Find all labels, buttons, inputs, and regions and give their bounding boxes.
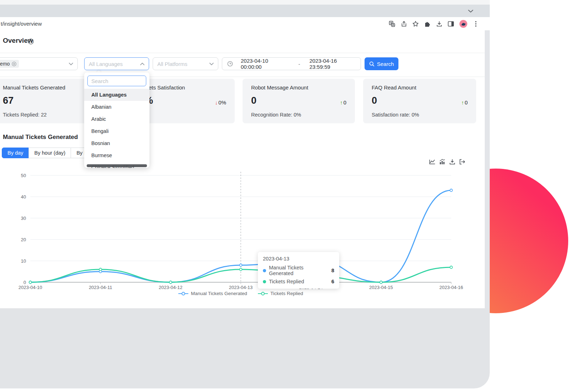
share-icon[interactable] (401, 21, 407, 27)
search-button-label: Search (377, 61, 394, 67)
language-option[interactable]: Albanian (84, 101, 149, 113)
card-subtitle: Satisfaction rate: 0% (372, 112, 468, 118)
chevron-down-icon[interactable] (468, 10, 473, 13)
legend-label: Tickets Replied (270, 291, 303, 296)
data-point (450, 266, 453, 269)
data-point (380, 281, 382, 284)
card-title: Robot Message Amount (251, 84, 346, 91)
data-point (29, 281, 32, 284)
language-dropdown: All LanguagesAlbanianArabicBengaliBosnia… (84, 72, 149, 168)
legend-label: Manual Tickets Generated (191, 291, 247, 296)
line-chart-icon[interactable] (429, 159, 436, 165)
chevron-up-icon (140, 63, 144, 65)
language-option[interactable]: All Languages (84, 89, 149, 101)
clock-icon (227, 61, 233, 67)
browser-toolbar: t/insight/overview (0, 17, 490, 31)
download-icon[interactable] (436, 21, 442, 27)
bar-chart-icon[interactable] (439, 159, 446, 165)
y-axis-label: 20 (21, 237, 26, 242)
project-tag-label: Demo (0, 61, 10, 67)
language-select-value: All Languages (89, 61, 123, 67)
page-content: Overview ? Demo All Languages All Platfo… (0, 30, 490, 388)
more-menu-icon[interactable] (473, 21, 479, 27)
browser-window: t/insight/overview (0, 0, 490, 388)
side-panel-icon[interactable] (448, 21, 454, 27)
language-option[interactable]: Arabic (84, 113, 149, 125)
platform-select[interactable]: All Platforms (153, 57, 218, 70)
legend-marker-icon (178, 292, 188, 295)
card-value: 0% (139, 95, 226, 106)
data-point (99, 268, 102, 271)
change-indicator: ↓ 0% (215, 99, 226, 105)
card-subtitle: Recognition Rate: 0% (251, 112, 346, 118)
tab-by-hour-day[interactable]: By hour (day) (29, 148, 71, 158)
card-title: FAQ Read Amount (372, 84, 468, 91)
date-start[interactable]: 2023-04-10 00:00:00 (241, 58, 286, 70)
translate-icon[interactable] (389, 21, 395, 27)
tooltip-series-value: 6 (331, 279, 334, 284)
window-titlebar (0, 0, 490, 5)
tab-by-day[interactable]: By day (2, 148, 29, 158)
language-option[interactable]: Bosnian (84, 137, 149, 149)
legend-item[interactable]: Tickets Replied (258, 291, 303, 296)
line-chart[interactable]: 010203040502023-04-102023-04-112023-04-1… (0, 167, 485, 292)
data-point (450, 189, 453, 192)
language-option[interactable]: Bengali (84, 125, 149, 137)
legend-item[interactable]: Manual Tickets Generated (178, 291, 247, 296)
card-value: 0 (372, 95, 468, 106)
down-arrow-icon: ↓ (215, 99, 218, 105)
project-select[interactable]: Demo (0, 57, 78, 70)
profile-avatar[interactable] (459, 20, 467, 28)
tag-remove-icon[interactable] (12, 62, 16, 66)
data-point (240, 264, 242, 267)
data-point (169, 281, 172, 284)
change-value: 0% (218, 99, 226, 105)
change-indicator: ↑ 0 (340, 99, 346, 105)
card-value: 0 (251, 95, 346, 106)
chart-legend: Manual Tickets GeneratedTickets Replied (0, 291, 482, 296)
export-icon[interactable] (459, 159, 465, 165)
extensions-icon[interactable] (424, 21, 431, 27)
address-bar[interactable]: t/insight/overview (1, 17, 42, 30)
toolbar-icons (389, 17, 479, 30)
data-point (240, 268, 242, 271)
language-select[interactable]: All Languages (84, 57, 149, 70)
language-options-list: All LanguagesAlbanianArabicBengaliBosnia… (84, 89, 149, 168)
date-separator: - (299, 61, 300, 67)
date-end[interactable]: 2023-04-16 23:59:59 (310, 58, 355, 70)
x-axis-label: 2023-04-15 (369, 285, 393, 290)
x-axis-label: 2023-04-13 (229, 285, 253, 290)
search-icon (369, 61, 375, 67)
change-indicator: ↑ 0 (461, 99, 468, 105)
up-arrow-icon: ↑ (340, 99, 343, 105)
help-icon[interactable]: ? (28, 38, 34, 45)
bookmark-star-icon[interactable] (412, 21, 419, 27)
x-axis-label: 2023-04-16 (439, 285, 463, 290)
dropdown-search-box[interactable] (87, 76, 146, 86)
browser-tabstrip (0, 5, 490, 17)
chevron-down-icon (209, 63, 214, 65)
search-button[interactable]: Search (365, 57, 398, 70)
dropdown-search-input[interactable] (91, 78, 143, 84)
change-value: 0 (343, 99, 346, 105)
x-axis-label: 2023-04-12 (159, 285, 183, 290)
chart-toolbar (429, 159, 465, 165)
stat-card-robot-message: Robot Message Amount 0 Recognition Rate:… (243, 79, 355, 123)
download-icon[interactable] (449, 159, 456, 165)
card-title: Tickets Satisfaction (139, 84, 226, 91)
language-option[interactable]: Burmese (84, 149, 149, 161)
y-axis-label: 40 (21, 194, 26, 200)
chevron-down-icon (69, 63, 73, 65)
change-value: 0 (465, 99, 468, 105)
header-divider (0, 53, 485, 53)
dropdown-scrollbar[interactable] (87, 164, 147, 167)
stat-card-faq-read: FAQ Read Amount 0 Satisfaction rate: 0% … (363, 79, 476, 123)
page-background (0, 308, 490, 388)
x-axis-label: 2023-04-10 (19, 285, 42, 290)
y-axis-label: 0 (24, 280, 26, 285)
tooltip-row: Tickets Replied 6 (263, 279, 334, 284)
chart-tooltip: 2023-04-13 Manual Tickets Generated 8 Ti… (258, 252, 339, 289)
date-range-picker[interactable]: 2023-04-10 00:00:00 - 2023-04-16 23:59:5… (222, 57, 361, 70)
filter-divider (0, 77, 485, 77)
scrollbar-track[interactable] (485, 30, 490, 308)
